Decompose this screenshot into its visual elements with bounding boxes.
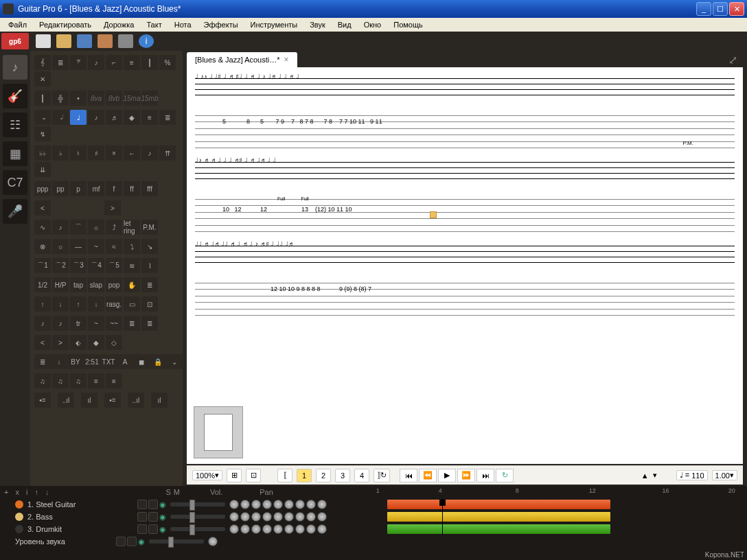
track-mute[interactable] <box>148 512 158 522</box>
track-volume-fader[interactable] <box>170 527 225 531</box>
panel-row2-4[interactable]: 8vb <box>106 91 122 106</box>
panel-row7-4[interactable]: ⤴ <box>106 220 122 235</box>
new-doc-button[interactable] <box>36 34 51 48</box>
panel-row9-5[interactable]: ≋ <box>124 258 140 273</box>
panel-row4-7[interactable]: ⇈ <box>159 145 176 161</box>
panel-row1-4[interactable]: ⌐ <box>106 55 122 70</box>
panel-row5-2[interactable]: p <box>70 181 87 196</box>
menu-sound[interactable]: Звук <box>304 19 331 30</box>
tab-close-icon[interactable]: × <box>284 55 289 65</box>
track-knob[interactable] <box>262 524 272 534</box>
panel-row12-5[interactable]: ≣ <box>124 316 140 331</box>
panel-row12-4[interactable]: ~~ <box>106 316 122 331</box>
panel-row16-0[interactable]: •= <box>34 393 51 408</box>
track-mute[interactable] <box>148 500 158 509</box>
tempo-field[interactable]: ♩ = 110 <box>676 470 708 480</box>
panel-row11-5[interactable]: ▭ <box>124 296 140 312</box>
panel-row12-2[interactable]: tr <box>70 316 87 331</box>
panel-row5-1[interactable]: pp <box>52 181 69 196</box>
track-row-0[interactable]: 1. Steel Guitar ◉ <box>0 498 747 511</box>
panel-row8-4[interactable]: ≈ <box>106 239 122 254</box>
track-eq-icon[interactable]: ◉ <box>159 500 166 509</box>
track-knob[interactable] <box>295 512 305 522</box>
panel-row7-1[interactable]: ♪ <box>52 220 69 235</box>
panel-row14-8[interactable]: ⌄ <box>166 354 183 369</box>
playhead-marker[interactable] <box>439 500 446 506</box>
maximize-button[interactable]: ☐ <box>713 2 728 16</box>
panel-row7-6[interactable]: P.M. <box>141 220 158 235</box>
panel-row16-4[interactable]: ..ıl <box>128 393 144 408</box>
save-button[interactable] <box>77 34 92 48</box>
panel-row15-0[interactable]: ♫ <box>34 373 51 388</box>
panel-row15-3[interactable]: ≡ <box>88 373 104 388</box>
panel-row9-2[interactable]: ⌒3 <box>70 258 87 273</box>
panel-row9-6[interactable]: ⌇ <box>141 258 158 273</box>
panel-row13-3[interactable]: ◆ <box>88 335 104 350</box>
loop-button[interactable]: ↻ <box>496 469 514 482</box>
track-knob[interactable] <box>262 500 272 509</box>
track-info-button[interactable]: i <box>26 488 27 496</box>
panel-row14-5[interactable]: A <box>117 354 133 369</box>
panel-row4-8[interactable]: ⇊ <box>34 162 51 177</box>
panel-row5-0[interactable]: ppp <box>34 181 51 196</box>
panel-row7-3[interactable]: ☼ <box>88 220 104 235</box>
panel-row2-6[interactable]: 15mb <box>141 91 158 106</box>
play-button[interactable]: ▶ <box>438 469 456 482</box>
panel-row16-2[interactable]: ıl <box>81 393 97 408</box>
menu-edit[interactable]: Редактировать <box>34 19 97 30</box>
track-knob[interactable] <box>251 512 261 522</box>
panel-row13-4[interactable]: ◇ <box>106 335 122 350</box>
panel-row5-5[interactable]: ff <box>124 181 140 196</box>
panel-row15-2[interactable]: ♫ <box>70 373 87 388</box>
measure-1[interactable]: 1 <box>297 469 312 482</box>
panel-row14-2[interactable]: BY <box>67 354 84 369</box>
panel-row1-2[interactable]: 𝄢 <box>70 55 87 70</box>
panel-row11-1[interactable]: ↓ <box>52 296 69 312</box>
track-solo[interactable] <box>137 524 147 534</box>
panel-row3-6[interactable]: ≡ <box>141 110 158 125</box>
track-knob[interactable] <box>262 512 272 522</box>
track-knob[interactable] <box>273 524 283 534</box>
panel-row14-6[interactable]: ◼ <box>133 354 150 369</box>
loop-end-button[interactable]: ⟧↻ <box>374 469 390 482</box>
panel-row14-3[interactable]: 2:51 <box>84 354 100 369</box>
panel-row9-4[interactable]: ⌒5 <box>106 258 122 273</box>
menu-track[interactable]: Дорожка <box>98 19 139 30</box>
tooltab-keyboard-icon[interactable]: ▦ <box>3 141 27 166</box>
menu-bar[interactable]: Такт <box>141 19 167 30</box>
rewind-button[interactable]: ⏪ <box>419 469 437 482</box>
menu-file[interactable]: Файл <box>3 19 32 30</box>
panel-row1-3[interactable]: ♪ <box>88 55 104 70</box>
panel-row2-5[interactable]: 15ma <box>124 91 140 106</box>
track-volume-fader[interactable] <box>170 502 225 506</box>
panel-row11-2[interactable]: ↑ <box>70 296 87 312</box>
panel-row4-2[interactable]: ♮ <box>70 145 87 161</box>
track-knob[interactable] <box>306 500 316 509</box>
panel-row6-0[interactable]: < <box>34 200 51 215</box>
master-mute[interactable] <box>127 537 137 546</box>
track-knob[interactable] <box>295 524 305 534</box>
panel-row1-0[interactable]: 𝄞 <box>34 55 51 70</box>
track-knob[interactable] <box>306 512 316 522</box>
panel-row10-6[interactable]: ≣ <box>141 277 158 292</box>
track-knob[interactable] <box>306 524 316 534</box>
track-knob[interactable] <box>284 500 294 509</box>
panel-row11-6[interactable]: ⊡ <box>141 296 158 312</box>
panel-row2-1[interactable]: ╬ <box>52 91 69 106</box>
panel-row8-1[interactable]: ☼ <box>52 239 69 254</box>
panel-row12-3[interactable]: ~ <box>88 316 104 331</box>
panel-row4-0[interactable]: ♭♭ <box>34 145 51 161</box>
master-pan-knob[interactable] <box>208 537 218 546</box>
panel-row3-2[interactable]: ♩ <box>70 110 87 125</box>
menu-view[interactable]: Вид <box>332 19 357 30</box>
panel-row14-1[interactable]: ↓ <box>51 354 67 369</box>
track-eq-icon[interactable]: ◉ <box>159 525 166 534</box>
panel-row7-5[interactable]: let ring <box>124 220 140 235</box>
expand-icon[interactable]: ⤢ <box>723 54 743 67</box>
track-pan-knob[interactable] <box>229 524 239 534</box>
metronome-icon[interactable]: ▲ <box>641 471 649 480</box>
track-knob[interactable] <box>251 500 261 509</box>
panel-row9-3[interactable]: ⌒4 <box>88 258 104 273</box>
panel-row12-0[interactable]: ♪ <box>34 316 51 331</box>
panel-row13-2[interactable]: ⬖ <box>70 335 87 350</box>
